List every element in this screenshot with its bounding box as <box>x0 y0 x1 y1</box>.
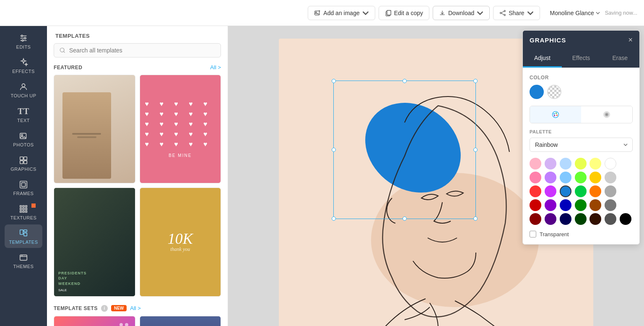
svg-point-12 <box>24 37 26 39</box>
color-dot-placeholder <box>620 158 631 170</box>
color-dot[interactable] <box>575 185 587 197</box>
template-sets-title: Template Sets <box>54 305 98 311</box>
sidebar-item-themes[interactable]: Themes <box>5 249 42 272</box>
color-dot[interactable] <box>589 172 601 183</box>
template-card-hearts[interactable]: ♥♥♥♥♥ ♥♥♥♥♥ ♥♥♥♥♥ ♥♥♥♥♥ ♥♥♥♥♥ BE MINE <box>140 75 221 183</box>
color-dot[interactable] <box>560 199 571 211</box>
color-dot[interactable] <box>545 213 556 225</box>
sidebar-item-templates[interactable]: Templates <box>5 224 42 248</box>
color-dot[interactable] <box>575 199 587 211</box>
sidebar-item-frames[interactable]: Frames <box>5 176 42 199</box>
photos-label: Photos <box>13 142 34 147</box>
tab-erase[interactable]: Erase <box>600 50 639 68</box>
add-image-icon <box>314 10 321 16</box>
new-badge: NEW <box>111 305 127 311</box>
color-dot[interactable] <box>560 172 571 183</box>
edit-copy-icon <box>385 10 392 16</box>
color-dot[interactable] <box>560 158 571 170</box>
color-dot[interactable] <box>545 185 556 197</box>
color-dot[interactable] <box>605 185 616 197</box>
color-dot[interactable] <box>605 172 616 183</box>
add-image-button[interactable]: Add an image <box>308 6 375 20</box>
search-icon <box>59 47 66 54</box>
color-dot[interactable] <box>575 172 587 183</box>
color-dot[interactable] <box>575 213 587 225</box>
graphics-body: Color <box>523 68 639 244</box>
color-dot[interactable] <box>620 213 631 225</box>
text-label: Text <box>17 118 30 123</box>
color-dot[interactable] <box>545 199 556 211</box>
sidebar-item-touchup[interactable]: Touch Up <box>5 78 42 102</box>
transparent-checkbox[interactable] <box>530 231 536 237</box>
featured-title: Featured <box>54 65 82 70</box>
edits-icon <box>19 34 28 43</box>
template-set-card-city[interactable] <box>140 316 221 326</box>
color-dot-white[interactable] <box>605 158 616 170</box>
color-dot[interactable] <box>589 158 601 170</box>
color-dot[interactable] <box>589 185 601 197</box>
color-dot[interactable] <box>605 213 616 225</box>
share-chevron <box>527 10 534 16</box>
color-dot[interactable] <box>605 199 616 211</box>
textures-notification-dot <box>31 203 36 208</box>
color-palette-grid <box>530 158 633 225</box>
sidebar-item-text[interactable]: Tt Text <box>5 102 42 126</box>
template-card-10k[interactable]: 10K thank you <box>140 188 221 296</box>
color-dot[interactable] <box>530 185 541 197</box>
template-card-presidents[interactable]: PRESIDENTSDAYWEEKEND SALE <box>54 188 135 296</box>
color-swatch-blue[interactable] <box>530 85 544 99</box>
palette-select[interactable]: Rainbow Pastels Earth Tones Monochrome <box>530 138 633 152</box>
graphics-tabs: Adjust Effects Erase <box>523 50 639 68</box>
svg-rect-25 <box>24 233 27 236</box>
sidebar-item-graphics[interactable]: Graphics <box>5 151 42 175</box>
color-dot[interactable] <box>530 199 541 211</box>
tab-effects[interactable]: Effects <box>562 50 601 68</box>
info-icon[interactable]: i <box>101 305 108 312</box>
project-name-chevron <box>596 12 600 14</box>
color-dot[interactable] <box>575 158 587 170</box>
template-set-card-pink[interactable]: This is a sample text for the template s… <box>54 316 135 326</box>
templates-label: Templates <box>9 240 38 245</box>
frames-icon <box>19 180 28 189</box>
project-name[interactable]: Monoline Glance <box>550 10 600 16</box>
transparent-row[interactable]: Transparent <box>530 231 633 237</box>
transparent-label: Transparent <box>540 231 569 237</box>
featured-all-link[interactable]: All > <box>210 64 221 70</box>
edit-copy-button[interactable]: Edit a copy <box>379 6 429 20</box>
sidebar-item-edits[interactable]: Edits <box>5 29 42 53</box>
color-dot[interactable] <box>545 172 556 183</box>
touchup-label: Touch Up <box>10 93 36 98</box>
sidebar-item-effects[interactable]: Effects <box>5 54 42 77</box>
frames-label: Frames <box>13 191 34 196</box>
sidebar-item-photos[interactable]: Photos <box>5 127 42 151</box>
template-sets-grid: This is a sample text for the template s… <box>54 316 221 326</box>
sidebar-item-textures[interactable]: Textures <box>5 200 42 224</box>
gradient-mode-btn[interactable] <box>581 106 632 123</box>
search-bar[interactable] <box>54 43 221 57</box>
color-dot[interactable] <box>589 213 601 225</box>
color-dot-selected[interactable] <box>560 185 571 197</box>
download-button[interactable]: Download <box>433 6 490 20</box>
color-dot[interactable] <box>530 158 541 170</box>
svg-rect-21 <box>20 181 27 188</box>
color-swatches-row <box>530 85 633 99</box>
textures-label: Textures <box>10 215 37 220</box>
share-label: Share <box>509 10 524 16</box>
color-swatch-transparent[interactable] <box>547 85 561 99</box>
effects-label: Effects <box>12 69 35 74</box>
color-dot[interactable] <box>589 199 601 211</box>
search-input[interactable] <box>69 47 216 54</box>
palette-mode-btn[interactable] <box>530 106 581 123</box>
tab-adjust[interactable]: Adjust <box>523 50 562 68</box>
color-dot[interactable] <box>530 213 541 225</box>
color-dot[interactable] <box>545 158 556 170</box>
svg-rect-17 <box>20 157 23 160</box>
color-dot[interactable] <box>530 172 541 183</box>
share-button[interactable]: Share <box>493 6 540 20</box>
palette-icon <box>551 110 560 119</box>
share-icon <box>499 10 506 16</box>
template-sets-all-link[interactable]: All > <box>130 305 141 311</box>
graphics-close-button[interactable]: × <box>628 36 633 44</box>
color-dot[interactable] <box>560 213 571 225</box>
template-card-fashion[interactable] <box>54 75 135 183</box>
